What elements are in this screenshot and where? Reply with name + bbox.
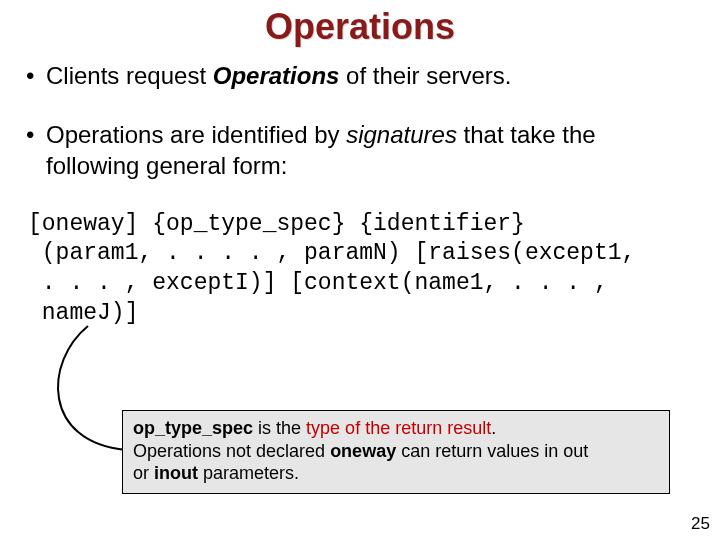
bullet-1-operations: Operations — [213, 62, 340, 89]
callout-op-type-spec: op_type_spec — [133, 418, 253, 438]
callout-line-1: op_type_spec is the type of the return r… — [133, 417, 659, 440]
callout-line-3: or inout parameters. — [133, 462, 659, 485]
bullet-1: Clients request Operations of their serv… — [26, 60, 694, 91]
callout-type-of-return: type of the return result — [306, 418, 491, 438]
callout-box: op_type_spec is the type of the return r… — [122, 410, 670, 494]
callout-l1-end: . — [491, 418, 496, 438]
bullet-1-post: of their servers. — [339, 62, 511, 89]
callout-out: out — [563, 441, 588, 461]
callout-oneway: oneway — [330, 441, 396, 461]
callout-l2-pre: Operations not declared — [133, 441, 330, 461]
callout-inout: inout — [154, 463, 198, 483]
callout-l3-pre: or — [133, 463, 154, 483]
page-number: 25 — [691, 514, 710, 534]
signature-code: [oneway] {op_type_spec} {identifier} (pa… — [0, 210, 720, 330]
bullet-list: Clients request Operations of their serv… — [0, 48, 720, 182]
callout-l1-mid: is the — [253, 418, 306, 438]
bullet-2-signatures: signatures — [346, 121, 457, 148]
bullet-1-pre: Clients request — [46, 62, 213, 89]
callout-l2-post: can return values in — [396, 441, 563, 461]
bullet-2-pre: Operations are identified by — [46, 121, 346, 148]
slide: Operations Clients request Operations of… — [0, 0, 720, 540]
callout-line-2: Operations not declared oneway can retur… — [133, 440, 659, 463]
slide-title: Operations — [0, 0, 720, 48]
callout-l3-post: parameters. — [198, 463, 299, 483]
bullet-2: Operations are identified by signatures … — [26, 119, 694, 181]
